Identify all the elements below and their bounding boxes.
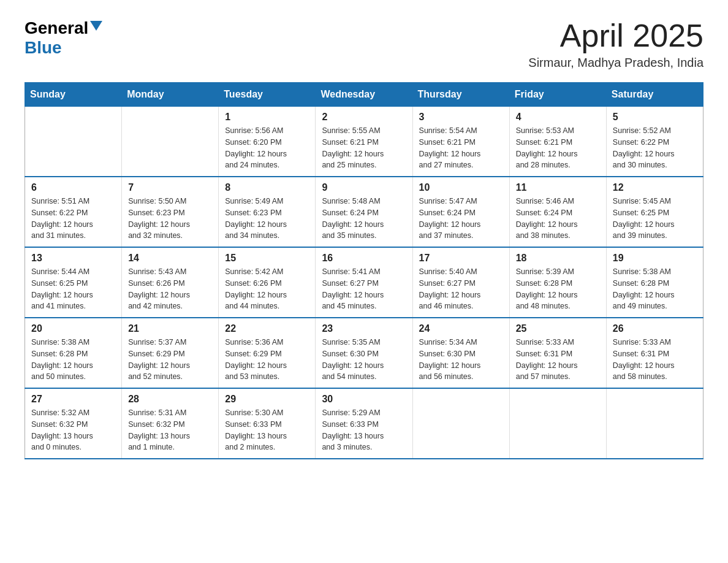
day-info: Sunrise: 5:52 AMSunset: 6:22 PMDaylight:… (613, 125, 697, 171)
calendar-week-row: 13Sunrise: 5:44 AMSunset: 6:25 PMDayligh… (25, 247, 703, 318)
day-number: 12 (613, 182, 697, 193)
calendar-cell: 22Sunrise: 5:36 AMSunset: 6:29 PMDayligh… (219, 318, 316, 388)
calendar-cell: 23Sunrise: 5:35 AMSunset: 6:30 PMDayligh… (316, 318, 412, 388)
day-info: Sunrise: 5:41 AMSunset: 6:27 PMDaylight:… (322, 266, 406, 312)
column-header-sunday: Sunday (25, 83, 122, 107)
day-number: 5 (613, 112, 697, 123)
day-number: 28 (128, 394, 212, 405)
day-info: Sunrise: 5:53 AMSunset: 6:21 PMDaylight:… (516, 125, 600, 171)
day-number: 4 (516, 112, 600, 123)
calendar-cell: 24Sunrise: 5:34 AMSunset: 6:30 PMDayligh… (412, 318, 509, 388)
logo-triangle-icon (90, 21, 102, 33)
day-info: Sunrise: 5:48 AMSunset: 6:24 PMDaylight:… (322, 196, 406, 242)
calendar-week-row: 27Sunrise: 5:32 AMSunset: 6:32 PMDayligh… (25, 388, 703, 459)
calendar-cell: 4Sunrise: 5:53 AMSunset: 6:21 PMDaylight… (509, 107, 606, 177)
calendar-cell: 16Sunrise: 5:41 AMSunset: 6:27 PMDayligh… (316, 247, 412, 318)
day-number: 1 (225, 112, 309, 123)
column-header-saturday: Saturday (606, 83, 703, 107)
calendar-cell: 7Sunrise: 5:50 AMSunset: 6:23 PMDaylight… (122, 177, 219, 247)
calendar-cell: 8Sunrise: 5:49 AMSunset: 6:23 PMDaylight… (219, 177, 316, 247)
calendar-cell: 30Sunrise: 5:29 AMSunset: 6:33 PMDayligh… (316, 388, 412, 459)
day-info: Sunrise: 5:37 AMSunset: 6:29 PMDaylight:… (128, 337, 212, 383)
column-header-tuesday: Tuesday (219, 83, 316, 107)
calendar-cell (509, 388, 606, 459)
column-header-thursday: Thursday (412, 83, 509, 107)
column-header-friday: Friday (509, 83, 606, 107)
day-number: 3 (419, 112, 503, 123)
calendar-header-row: SundayMondayTuesdayWednesdayThursdayFrid… (25, 83, 703, 107)
calendar-week-row: 1Sunrise: 5:56 AMSunset: 6:20 PMDaylight… (25, 107, 703, 177)
day-number: 9 (322, 182, 406, 193)
calendar-cell: 19Sunrise: 5:38 AMSunset: 6:28 PMDayligh… (606, 247, 703, 318)
day-number: 13 (31, 253, 115, 264)
day-info: Sunrise: 5:50 AMSunset: 6:23 PMDaylight:… (128, 196, 212, 242)
day-info: Sunrise: 5:49 AMSunset: 6:23 PMDaylight:… (225, 196, 309, 242)
title-section: April 2025 Sirmaur, Madhya Pradesh, Indi… (528, 18, 703, 70)
day-info: Sunrise: 5:44 AMSunset: 6:25 PMDaylight:… (31, 266, 115, 312)
logo-general-text: General (25, 18, 88, 38)
calendar-cell: 17Sunrise: 5:40 AMSunset: 6:27 PMDayligh… (412, 247, 509, 318)
day-info: Sunrise: 5:55 AMSunset: 6:21 PMDaylight:… (322, 125, 406, 171)
day-number: 18 (516, 253, 600, 264)
page-header: General Blue April 2025 Sirmaur, Madhya … (25, 18, 703, 70)
day-number: 14 (128, 253, 212, 264)
calendar-cell: 27Sunrise: 5:32 AMSunset: 6:32 PMDayligh… (25, 388, 122, 459)
calendar-cell: 15Sunrise: 5:42 AMSunset: 6:26 PMDayligh… (219, 247, 316, 318)
calendar-cell: 11Sunrise: 5:46 AMSunset: 6:24 PMDayligh… (509, 177, 606, 247)
day-info: Sunrise: 5:51 AMSunset: 6:22 PMDaylight:… (31, 196, 115, 242)
calendar-cell: 6Sunrise: 5:51 AMSunset: 6:22 PMDaylight… (25, 177, 122, 247)
day-info: Sunrise: 5:32 AMSunset: 6:32 PMDaylight:… (31, 407, 115, 453)
day-number: 6 (31, 182, 115, 193)
calendar-cell: 18Sunrise: 5:39 AMSunset: 6:28 PMDayligh… (509, 247, 606, 318)
calendar-cell: 9Sunrise: 5:48 AMSunset: 6:24 PMDaylight… (316, 177, 412, 247)
calendar-cell (122, 107, 219, 177)
day-number: 30 (322, 394, 406, 405)
calendar-cell: 28Sunrise: 5:31 AMSunset: 6:32 PMDayligh… (122, 388, 219, 459)
calendar-cell: 5Sunrise: 5:52 AMSunset: 6:22 PMDaylight… (606, 107, 703, 177)
svg-marker-0 (90, 21, 102, 31)
day-info: Sunrise: 5:43 AMSunset: 6:26 PMDaylight:… (128, 266, 212, 312)
day-info: Sunrise: 5:39 AMSunset: 6:28 PMDaylight:… (516, 266, 600, 312)
day-number: 10 (419, 182, 503, 193)
calendar-cell: 2Sunrise: 5:55 AMSunset: 6:21 PMDaylight… (316, 107, 412, 177)
day-info: Sunrise: 5:33 AMSunset: 6:31 PMDaylight:… (613, 337, 697, 383)
day-number: 24 (419, 323, 503, 334)
calendar-cell: 20Sunrise: 5:38 AMSunset: 6:28 PMDayligh… (25, 318, 122, 388)
day-number: 7 (128, 182, 212, 193)
calendar-cell: 26Sunrise: 5:33 AMSunset: 6:31 PMDayligh… (606, 318, 703, 388)
location-subtitle: Sirmaur, Madhya Pradesh, India (528, 56, 703, 70)
calendar-week-row: 6Sunrise: 5:51 AMSunset: 6:22 PMDaylight… (25, 177, 703, 247)
calendar-cell: 21Sunrise: 5:37 AMSunset: 6:29 PMDayligh… (122, 318, 219, 388)
calendar-cell (606, 388, 703, 459)
calendar-cell (25, 107, 122, 177)
day-number: 16 (322, 253, 406, 264)
day-info: Sunrise: 5:33 AMSunset: 6:31 PMDaylight:… (516, 337, 600, 383)
day-number: 21 (128, 323, 212, 334)
calendar-cell: 14Sunrise: 5:43 AMSunset: 6:26 PMDayligh… (122, 247, 219, 318)
calendar-cell: 3Sunrise: 5:54 AMSunset: 6:21 PMDaylight… (412, 107, 509, 177)
calendar-cell: 13Sunrise: 5:44 AMSunset: 6:25 PMDayligh… (25, 247, 122, 318)
day-number: 27 (31, 394, 115, 405)
day-number: 22 (225, 323, 309, 334)
day-info: Sunrise: 5:31 AMSunset: 6:32 PMDaylight:… (128, 407, 212, 453)
logo: General Blue (25, 18, 102, 58)
day-info: Sunrise: 5:56 AMSunset: 6:20 PMDaylight:… (225, 125, 309, 171)
day-number: 29 (225, 394, 309, 405)
calendar-cell: 1Sunrise: 5:56 AMSunset: 6:20 PMDaylight… (219, 107, 316, 177)
day-number: 25 (516, 323, 600, 334)
day-info: Sunrise: 5:38 AMSunset: 6:28 PMDaylight:… (31, 337, 115, 383)
day-number: 15 (225, 253, 309, 264)
calendar-cell: 12Sunrise: 5:45 AMSunset: 6:25 PMDayligh… (606, 177, 703, 247)
day-info: Sunrise: 5:38 AMSunset: 6:28 PMDaylight:… (613, 266, 697, 312)
calendar-week-row: 20Sunrise: 5:38 AMSunset: 6:28 PMDayligh… (25, 318, 703, 388)
logo-blue-text: Blue (25, 38, 62, 57)
day-number: 2 (322, 112, 406, 123)
calendar-cell: 10Sunrise: 5:47 AMSunset: 6:24 PMDayligh… (412, 177, 509, 247)
day-info: Sunrise: 5:30 AMSunset: 6:33 PMDaylight:… (225, 407, 309, 453)
day-info: Sunrise: 5:36 AMSunset: 6:29 PMDaylight:… (225, 337, 309, 383)
day-number: 8 (225, 182, 309, 193)
day-number: 23 (322, 323, 406, 334)
day-info: Sunrise: 5:54 AMSunset: 6:21 PMDaylight:… (419, 125, 503, 171)
day-number: 26 (613, 323, 697, 334)
month-year-title: April 2025 (528, 18, 703, 53)
